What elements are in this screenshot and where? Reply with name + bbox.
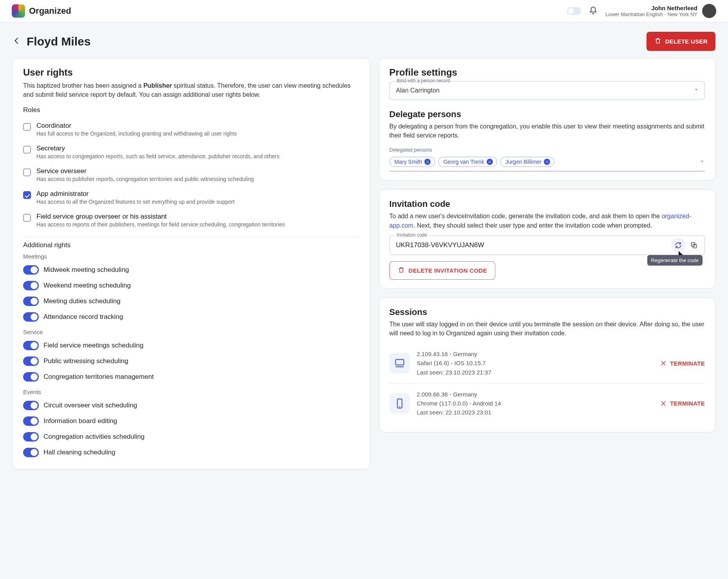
main: User rights This baptized brother has be… — [0, 55, 728, 482]
app-header: Organized John Netherleed Lower Manhatta… — [0, 0, 728, 22]
toggle-label: Circuit overseer visit scheduling — [43, 402, 137, 409]
toggle-switch[interactable] — [23, 281, 39, 290]
user-block[interactable]: John Netherleed Lower Manhattan English … — [605, 4, 716, 18]
role-checkbox[interactable] — [23, 146, 31, 154]
chip-label: Georg van Trenk — [443, 159, 484, 165]
delegate-chip[interactable]: Georg van Trenk — [438, 157, 497, 167]
toggle-switch[interactable] — [23, 401, 39, 410]
toggle-row: Field service meetings scheduling — [23, 338, 360, 353]
svg-rect-8 — [395, 360, 404, 365]
terminate-label: TERMINATE — [670, 360, 705, 367]
delegate-chip[interactable]: Jurgen Billimer — [500, 157, 555, 167]
toggle-label: Congregation territories management — [43, 373, 154, 381]
chip-label: Jurgen Billimer — [505, 159, 542, 165]
delete-invitation-label: DELETE INVITATION CODE — [409, 267, 487, 274]
mobile-icon — [389, 393, 410, 414]
chevron-down-icon — [699, 159, 705, 165]
back-button[interactable] — [13, 36, 21, 46]
subgroup-label: Meetings — [23, 253, 360, 260]
toggle-switch[interactable] — [23, 312, 39, 322]
toggle-switch[interactable] — [23, 341, 39, 350]
role-title: Coordinator — [36, 122, 237, 130]
toggle-label: Meeting duties scheduling — [43, 297, 121, 305]
sessions-title: Sessions — [389, 307, 705, 317]
header-right: John Netherleed Lower Manhattan English … — [567, 4, 716, 18]
toggle-switch[interactable] — [23, 356, 39, 366]
role-desc: Has access to reports of their publisher… — [36, 221, 285, 228]
toggle-switch[interactable] — [23, 448, 39, 457]
delegate-title: Delegate persons — [389, 109, 705, 119]
terminate-button[interactable]: TERMINATE — [660, 400, 705, 407]
role-desc: Has access to congregation reports, such… — [36, 153, 279, 159]
toggle-row: Information board editing — [23, 413, 360, 429]
role-title: Service overseer — [36, 167, 254, 175]
toggle-row: Meeting duties scheduling — [23, 293, 360, 309]
delegate-label: Delegated persons — [389, 147, 705, 153]
additional-rights-heading: Additional rights — [23, 241, 360, 249]
role-checkbox[interactable] — [23, 191, 31, 199]
session-ip: 2.009.66.36 - Germany — [417, 390, 653, 399]
toggle-switch[interactable] — [23, 265, 39, 275]
sessions-desc: The user will stay logged in on their de… — [389, 320, 705, 338]
role-checkbox[interactable] — [23, 168, 31, 176]
toggle-row: Circuit overseer visit scheduling — [23, 398, 360, 413]
brand[interactable]: Organized — [12, 4, 71, 18]
toggle-row: Congregation activities scheduling — [23, 429, 360, 445]
role-row: Secretary Has access to congregation rep… — [23, 141, 360, 163]
session-lastseen: Last seen: 23.10.2023 21:37 — [417, 368, 653, 377]
role-row: Field service group overseer or his assi… — [23, 209, 360, 232]
delegate-chip[interactable]: Mary Smith — [389, 157, 435, 167]
page-title: Floyd Miles — [27, 35, 91, 48]
chip-remove-icon[interactable] — [424, 159, 431, 165]
toggle-label: Weekend meeting scheduling — [43, 282, 131, 290]
delete-invitation-code-button[interactable]: DELETE INVITATION CODE — [389, 261, 495, 280]
delete-user-button[interactable]: DELETE USER — [647, 32, 715, 51]
terminate-button[interactable]: TERMINATE — [660, 360, 705, 367]
toggle-switch[interactable] — [23, 416, 39, 426]
bell-icon[interactable] — [589, 6, 598, 16]
toggle-switch[interactable] — [23, 297, 39, 306]
delete-user-label: DELETE USER — [665, 38, 708, 45]
copy-code-button[interactable] — [687, 238, 701, 252]
user-location: Lower Manhattan English - New York NY — [605, 11, 697, 17]
bind-person-select[interactable]: Bind with a person record Alan Carringto… — [389, 81, 705, 100]
theme-toggle[interactable] — [567, 7, 581, 15]
refresh-icon — [674, 241, 682, 249]
toggle-row: Weekend meeting scheduling — [23, 278, 360, 293]
toggle-label: Public witnessing scheduling — [43, 357, 128, 365]
toggle-row: Midweek meeting scheduling — [23, 262, 360, 278]
brand-name: Organized — [29, 6, 71, 16]
toggle-switch[interactable] — [23, 372, 39, 382]
toggle-row: Public witnessing scheduling — [23, 353, 360, 369]
toggle-label: Hall cleaning scheduling — [43, 449, 115, 456]
avatar — [702, 4, 716, 18]
session-ip: 2.109.43.16 - Germany — [417, 349, 653, 358]
terminate-label: TERMINATE — [670, 400, 705, 407]
delegate-chip-row[interactable]: Mary Smith Georg van Trenk Jurgen Billim… — [389, 155, 705, 172]
desktop-icon — [389, 353, 410, 373]
role-desc: Has access to all the Organized features… — [36, 199, 235, 205]
toggle-row: Hall cleaning scheduling — [23, 445, 360, 460]
toggle-label: Field service meetings scheduling — [43, 342, 143, 349]
toggle-switch[interactable] — [23, 432, 39, 441]
profile-settings-card: Profile settings Bind with a person reco… — [379, 58, 715, 181]
session-row: 2.109.43.16 - Germany Safari (16.6) - IO… — [389, 343, 705, 383]
session-ua: Chrome (117.0.0.0) - Android 14 — [417, 399, 653, 408]
session-lastseen: Last seen: 22.10.2023 23:01 — [417, 408, 653, 417]
toggle-row: Congregation territories management — [23, 369, 360, 385]
invitation-desc: To add a new user's deviceInvitation cod… — [389, 212, 705, 230]
role-checkbox[interactable] — [23, 123, 31, 131]
subgroup-label: Service — [23, 329, 360, 335]
divider — [23, 237, 360, 237]
toggle-label: Congregation activities scheduling — [43, 433, 145, 441]
role-title: Field service group overseer or his assi… — [36, 213, 285, 221]
session-ua: Safari (16.6) - IOS 10.15.7 — [417, 358, 653, 367]
chip-remove-icon[interactable] — [487, 159, 493, 165]
role-row: Service overseer Has access to publisher… — [23, 163, 360, 186]
role-checkbox[interactable] — [23, 214, 31, 222]
regenerate-code-button[interactable] — [671, 238, 685, 252]
chip-remove-icon[interactable] — [544, 159, 550, 165]
role-desc: Has full access to the Organized, includ… — [36, 130, 237, 137]
trash-icon — [654, 37, 661, 45]
invitation-code-value: UKR17038-V6VKVYUJAN6W — [389, 235, 705, 255]
